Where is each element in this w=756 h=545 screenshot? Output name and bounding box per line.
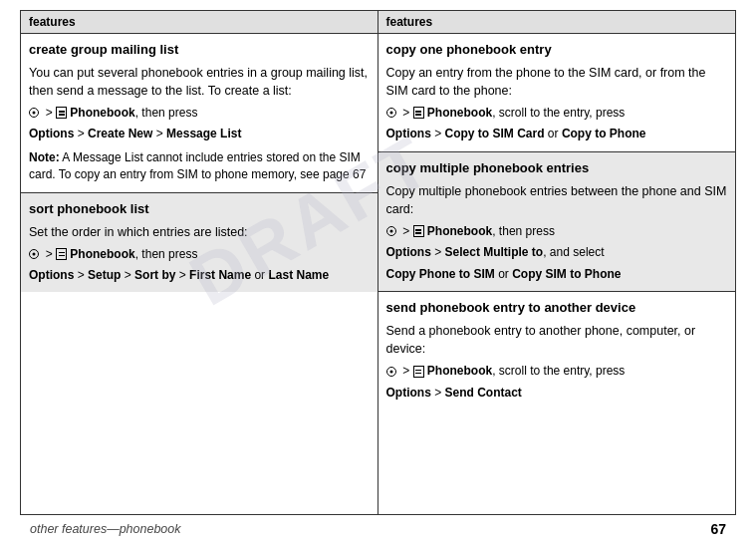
send-phonebook-nav1: > Phonebook, scroll to the entry, press <box>386 363 728 380</box>
copy-multiple-nav2: Options > Select Multiple to, and select <box>386 244 728 261</box>
nav-dot-icon-5 <box>386 367 396 377</box>
note-text-1: A Message List cannot include entries st… <box>29 150 366 181</box>
send-phonebook-nav2: Options > Send Contact <box>386 385 728 402</box>
send-contact-label: Send Contact <box>445 386 522 400</box>
create-new-label: Create New <box>88 127 152 140</box>
main-content: features create group mailing list You c… <box>20 10 736 515</box>
feature-copy-one: copy one phonebook entry Copy an entry f… <box>378 34 736 152</box>
copy-one-title: copy one phonebook entry <box>386 41 728 60</box>
nav-dot-icon-2 <box>29 249 39 259</box>
phonebook-icon-2 <box>56 248 67 260</box>
create-group-note: Note: A Message List cannot include entr… <box>29 149 370 184</box>
feature-sort-phonebook: sort phonebook list Set the order in whi… <box>21 193 378 293</box>
right-column-header: features <box>378 11 736 34</box>
nav-dot-icon-4 <box>386 226 396 236</box>
send-phonebook-title: send phonebook entry to another device <box>386 299 728 318</box>
feature-create-group: create group mailing list You can put se… <box>21 34 378 193</box>
sort-by-label: Sort by <box>134 268 175 282</box>
phonebook-icon-3 <box>413 107 424 119</box>
send-phonebook-body: Send a phonebook entry to another phone,… <box>386 322 728 358</box>
copy-to-phone-label: Copy to Phone <box>562 127 646 140</box>
phonebook-label-5: Phonebook <box>427 364 492 378</box>
footer-page-number: 67 <box>710 521 726 537</box>
copy-multiple-body: Copy multiple phonebook entries between … <box>386 182 728 218</box>
note-label-1: Note: <box>29 150 60 164</box>
sort-phonebook-title: sort phonebook list <box>29 200 370 219</box>
phonebook-label-1: Phonebook <box>70 106 134 120</box>
create-group-title: create group mailing list <box>29 41 370 60</box>
copy-one-nav1: > Phonebook, scroll to the entry, press <box>386 105 728 122</box>
copy-multiple-title: copy multiple phonebook entries <box>386 159 728 178</box>
copy-to-sim-label: Copy to SIM Card <box>445 127 545 140</box>
copy-one-nav2: Options > Copy to SIM Card or Copy to Ph… <box>386 126 728 142</box>
copy-sim-to-phone-label: Copy SIM to Phone <box>512 267 621 281</box>
create-group-nav1: > Phonebook, then press <box>29 105 370 122</box>
copy-multiple-nav1: > Phonebook, then press <box>386 223 728 240</box>
left-column-header: features <box>21 11 378 34</box>
nav-dot-icon-1 <box>29 108 39 118</box>
create-group-nav2: Options > Create New > Message List <box>29 126 370 142</box>
first-name-label: First Name <box>189 268 251 282</box>
create-group-body: You can put several phonebook entries in… <box>29 64 370 100</box>
right-column: features copy one phonebook entry Copy a… <box>378 11 736 514</box>
options-label-2: Options <box>29 268 74 282</box>
select-multiple-label: Select Multiple to <box>445 245 544 259</box>
last-name-label: Last Name <box>268 268 329 282</box>
page-footer: other features—phonebook67 <box>0 515 756 545</box>
options-label-1: Options <box>29 127 74 140</box>
setup-label: Setup <box>88 268 121 282</box>
page-container: DRAFT features create group mailing list… <box>0 0 756 545</box>
message-list-label: Message List <box>166 127 241 140</box>
copy-phone-to-sim-label: Copy Phone to SIM <box>386 267 495 281</box>
options-label-3: Options <box>386 127 431 140</box>
feature-send-phonebook: send phonebook entry to another device S… <box>378 292 736 514</box>
feature-copy-multiple: copy multiple phonebook entries Copy mul… <box>378 152 736 292</box>
phonebook-label-3: Phonebook <box>427 106 492 120</box>
nav-dot-icon-3 <box>386 108 396 118</box>
phonebook-label-2: Phonebook <box>70 247 134 261</box>
phonebook-icon-4 <box>413 225 424 237</box>
left-column: features create group mailing list You c… <box>21 11 378 514</box>
phonebook-label-4: Phonebook <box>427 224 492 238</box>
copy-one-body: Copy an entry from the phone to the SIM … <box>386 64 728 100</box>
footer-text: other features—phonebook <box>30 522 181 536</box>
sort-phonebook-body: Set the order in which entries are liste… <box>29 223 370 241</box>
sort-phonebook-nav1: > Phonebook, then press <box>29 246 370 263</box>
phonebook-icon-5 <box>413 366 424 378</box>
copy-multiple-nav3: Copy Phone to SIM or Copy SIM to Phone <box>386 266 728 283</box>
options-label-4: Options <box>386 245 431 259</box>
sort-phonebook-nav2: Options > Setup > Sort by > First Name o… <box>29 267 370 284</box>
options-label-5: Options <box>386 386 431 400</box>
phonebook-icon-1 <box>56 107 67 119</box>
